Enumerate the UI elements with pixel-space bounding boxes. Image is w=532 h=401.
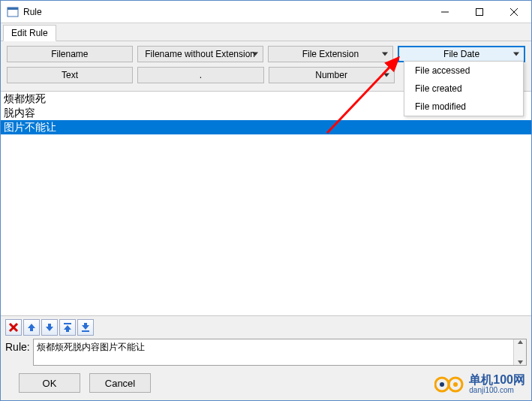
ok-label: OK (43, 378, 57, 389)
bottom-panel: Rule: 烦都烦死脱内容图片不能让 OK Cancel (1, 315, 531, 400)
move-top-button[interactable] (59, 319, 76, 336)
file-date-dropdown: File accessed File created File modified (404, 61, 524, 116)
chevron-down-icon (252, 53, 258, 56)
filename-without-ext-button[interactable]: Filename without Extension (137, 46, 263, 62)
text-button-label: Text (62, 70, 78, 80)
rule-scrollbar[interactable] (513, 339, 526, 365)
rule-text: 烦都烦死脱内容图片不能让 (34, 339, 513, 365)
tab-edit-rule[interactable]: Edit Rule (3, 25, 56, 41)
file-date-button[interactable]: File Date (398, 46, 525, 62)
tabstrip: Edit Rule (1, 23, 531, 41)
close-button[interactable] (497, 1, 531, 23)
dot-button-label: . (200, 70, 202, 80)
filename-button-label: Filename (51, 49, 88, 59)
svg-rect-1 (8, 8, 18, 10)
svg-rect-12 (82, 330, 89, 332)
minimize-button[interactable] (428, 1, 462, 23)
number-button[interactable]: Number (269, 67, 395, 83)
arrow-up-icon (26, 322, 37, 333)
ok-button[interactable]: OK (19, 373, 80, 393)
maximize-button[interactable] (462, 1, 497, 23)
preview-list[interactable]: 烦都烦死 脱内容 图片不能让 (1, 91, 531, 315)
scroll-up-icon (517, 339, 524, 345)
window: Rule Edit Rule Filename Filename without… (0, 0, 532, 401)
menu-item-file-created[interactable]: File created (404, 80, 523, 98)
rule-toolbar (5, 319, 527, 336)
arrow-bottom-icon (80, 322, 91, 333)
maximize-icon (476, 8, 483, 16)
delete-button[interactable] (5, 319, 22, 336)
delete-icon (8, 322, 19, 333)
dialog-buttons: OK Cancel (5, 366, 527, 396)
text-button[interactable]: Text (7, 67, 133, 83)
svg-marker-15 (518, 360, 523, 364)
close-icon (510, 8, 518, 16)
cancel-label: Cancel (105, 378, 135, 389)
rule-label: Rule: (5, 339, 30, 353)
filename-button[interactable]: Filename (7, 46, 133, 62)
file-date-label: File Date (443, 49, 479, 59)
titlebar: Rule (1, 1, 531, 23)
window-title: Rule (23, 7, 42, 17)
dot-button[interactable]: . (137, 67, 263, 83)
file-extension-label: File Extension (302, 49, 359, 59)
svg-marker-13 (82, 323, 89, 330)
move-down-button[interactable] (41, 319, 58, 336)
chevron-down-icon (382, 53, 388, 56)
rule-buttons-row-1: Filename Filename without Extension File… (7, 46, 525, 62)
arrow-down-icon (44, 322, 55, 333)
svg-marker-9 (46, 324, 53, 331)
rule-row: Rule: 烦都烦死脱内容图片不能让 (5, 339, 527, 366)
svg-marker-11 (64, 325, 71, 332)
rule-textbox[interactable]: 烦都烦死脱内容图片不能让 (33, 339, 527, 366)
svg-marker-14 (518, 340, 523, 344)
file-extension-button[interactable]: File Extension (268, 46, 394, 62)
scroll-down-icon (517, 360, 524, 365)
move-bottom-button[interactable] (77, 319, 94, 336)
svg-rect-10 (64, 323, 71, 324)
svg-rect-3 (476, 8, 483, 15)
chevron-down-icon (513, 53, 519, 56)
menu-item-file-modified[interactable]: File modified (404, 98, 523, 116)
arrow-top-icon (62, 322, 73, 333)
cancel-button[interactable]: Cancel (89, 373, 151, 393)
menu-item-file-accessed[interactable]: File accessed (404, 62, 523, 80)
list-item[interactable]: 图片不能让 (1, 120, 531, 134)
app-icon (7, 6, 19, 18)
number-button-label: Number (315, 70, 347, 80)
filename-without-ext-label: Filename without Extension (145, 49, 255, 59)
chevron-down-icon (383, 74, 389, 77)
move-up-button[interactable] (23, 319, 40, 336)
minimize-icon (441, 8, 449, 16)
svg-marker-8 (28, 324, 35, 331)
